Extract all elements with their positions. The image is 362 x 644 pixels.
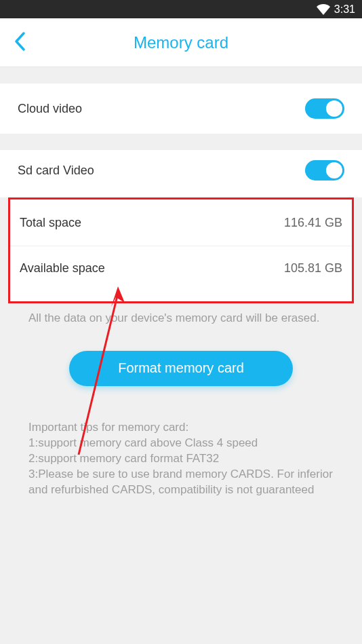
cloud-video-toggle[interactable]	[305, 98, 344, 119]
tips-text: Important tips for memory card: 1:suppor…	[0, 386, 362, 498]
header: Memory card	[0, 18, 362, 67]
back-button[interactable]	[14, 31, 26, 54]
available-space-value: 105.81 GB	[284, 261, 342, 276]
row-sd-card-video: Sd card Video	[0, 150, 362, 191]
sd-card-video-toggle[interactable]	[305, 160, 344, 181]
status-time: 3:31	[334, 3, 355, 16]
spacer	[0, 191, 362, 197]
row-cloud-video: Cloud video	[0, 83, 362, 134]
total-space-value: 116.41 GB	[284, 216, 342, 230]
body-area: All the data on your device's memory car…	[0, 303, 362, 525]
spacer	[0, 67, 362, 83]
row-total-space: Total space 116.41 GB	[10, 200, 352, 246]
format-memory-card-button[interactable]: Format memory card	[69, 351, 293, 386]
format-warning-text: All the data on your device's memory car…	[0, 303, 362, 326]
total-space-label: Total space	[20, 216, 81, 230]
page-title: Memory card	[134, 33, 228, 52]
cloud-video-label: Cloud video	[18, 102, 82, 116]
spacer	[0, 134, 362, 150]
row-available-space: Available space 105.81 GB	[10, 246, 352, 301]
annotation-highlight-box: Total space 116.41 GB Available space 10…	[8, 197, 354, 303]
sd-card-video-label: Sd card Video	[18, 164, 94, 178]
status-bar: 3:31	[0, 0, 362, 18]
wifi-icon	[317, 4, 330, 15]
available-space-label: Available space	[20, 261, 105, 276]
